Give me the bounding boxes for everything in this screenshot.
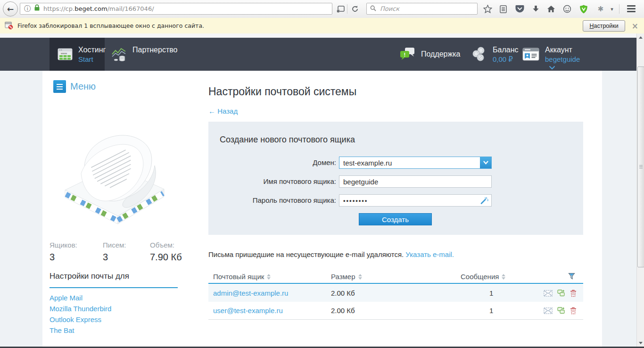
table-bottom-border <box>208 319 583 320</box>
scrollbar-thumb[interactable] <box>637 66 644 267</box>
specify-email-link[interactable]: Указать e-mail. <box>405 250 454 258</box>
popup-settings-button[interactable]: Настройки <box>583 20 625 32</box>
page-title: Настройки почтовой системы <box>208 85 356 98</box>
forward-mail-icon[interactable] <box>557 290 565 297</box>
stat-mailboxes: Ящиков: 3 <box>50 241 103 263</box>
domain-select-value: test-example.ru <box>339 159 480 167</box>
mailbox-password-input[interactable] <box>339 194 492 207</box>
toolbar-divider <box>347 4 347 14</box>
nav-support[interactable]: ! Поддержка <box>399 38 460 71</box>
chevron-down-icon[interactable] <box>480 157 491 168</box>
site-header: www Хостинг Start Партнерство ! Поддержк… <box>0 38 644 71</box>
nav-balance[interactable]: Баланс 0,00 ₽ <box>471 38 518 71</box>
page-top-strip <box>0 33 644 38</box>
url-domain: beget.com <box>74 5 107 12</box>
envelope-illustration <box>52 115 172 232</box>
sort-icon[interactable] <box>358 274 362 280</box>
lock-icon <box>34 4 40 13</box>
mailbox-email-link[interactable]: admin@test-example.ru <box>208 289 331 297</box>
balance-icon <box>471 46 487 62</box>
column-header-mailbox[interactable]: Почтовый ящик <box>213 273 271 281</box>
downloads-icon[interactable] <box>530 3 541 15</box>
open-webmail-envelope-icon[interactable] <box>544 290 553 297</box>
mailbox-name-label: Имя почтового ящика: <box>217 175 336 188</box>
generate-password-wand-icon[interactable] <box>480 197 488 207</box>
nav-hosting[interactable]: www Хостинг Start <box>50 38 105 71</box>
partnership-icon <box>111 47 127 62</box>
nav-partnership[interactable]: Партнерство <box>111 38 177 71</box>
column-header-messages[interactable]: Сообщения <box>461 273 505 281</box>
shield-icon[interactable] <box>578 3 589 15</box>
menu-hamburger-icon[interactable] <box>627 5 636 12</box>
svg-text:www: www <box>60 52 67 55</box>
nav-balance-label: Баланс <box>493 45 518 55</box>
nav-balance-value: 0,00 ₽ <box>493 55 518 64</box>
popup-blocked-icon <box>5 22 13 30</box>
nav-account-label: Аккаунт <box>545 45 580 55</box>
mailbox-messages: 1 <box>461 289 518 297</box>
back-link[interactable]: ← Назад <box>208 107 238 115</box>
mailbox-name-input[interactable] <box>339 175 492 188</box>
menu-button[interactable] <box>53 80 66 93</box>
filter-funnel-icon[interactable] <box>568 273 575 282</box>
client-link-thebat[interactable]: The Bat <box>50 325 111 336</box>
url-path: /mail/1667046/ <box>107 5 154 12</box>
home-icon[interactable] <box>545 3 557 15</box>
scroll-up-arrow[interactable] <box>637 33 644 41</box>
vertical-scrollbar[interactable] <box>636 33 644 347</box>
bookmarks-list-icon[interactable] <box>497 3 509 15</box>
nav-hosting-sublabel: Start <box>78 55 106 64</box>
nav-account-value: begetguide <box>545 55 580 64</box>
close-icon[interactable]: × <box>632 21 638 31</box>
search-box <box>366 3 478 15</box>
url-bar[interactable]: ⓘ https://cp.beget.com/mail/1667046/ <box>20 3 332 15</box>
mailbox-stats: Ящиков: 3 Писем: 3 Объем: 7.90 Кб <box>50 241 182 263</box>
domain-label: Домен: <box>217 157 336 169</box>
delete-trash-icon[interactable] <box>570 290 577 297</box>
mailbox-size: 2.00 Кб <box>331 289 461 297</box>
back-button[interactable]: ← <box>3 1 18 17</box>
client-link-thunderbird[interactable]: Mozilla Thunderbird <box>50 303 111 314</box>
chat-smiley-icon[interactable] <box>561 3 573 15</box>
reload-icon[interactable] <box>349 3 361 15</box>
mailbox-size: 2.00 Кб <box>331 307 461 315</box>
domain-select[interactable]: test-example.ru <box>339 157 492 169</box>
mailbox-email-link[interactable]: user@test-example.ru <box>208 307 331 315</box>
site-info-icon[interactable]: ⓘ <box>24 5 31 13</box>
nav-support-label: Поддержка <box>421 50 460 59</box>
column-header-size[interactable]: Размер <box>331 273 362 281</box>
forward-mail-icon[interactable] <box>557 307 565 314</box>
nav-partnership-label: Партнерство <box>132 45 177 55</box>
search-input[interactable] <box>379 5 466 13</box>
menu-label[interactable]: Меню <box>70 81 96 92</box>
toolbar-divider <box>619 4 619 14</box>
back-icon: ← <box>7 4 14 14</box>
hosting-icon: www <box>57 47 73 61</box>
sort-icon[interactable] <box>502 274 505 280</box>
screen: ← ⓘ https://cp.beget.com/mail/1667046/ <box>0 0 644 348</box>
extension-icon[interactable]: ✱ <box>595 3 606 15</box>
browser-toolbar: ← ⓘ https://cp.beget.com/mail/1667046/ <box>0 0 644 18</box>
notification-text: Firefox заблокировал 1 всплывающее окно … <box>17 22 204 29</box>
create-button[interactable]: Создать <box>359 213 432 225</box>
support-icon: ! <box>399 47 415 62</box>
open-webmail-envelope-icon[interactable] <box>544 307 553 314</box>
client-link-apple-mail[interactable]: Apple Mail <box>50 292 111 303</box>
mailbox-messages: 1 <box>461 307 518 315</box>
client-link-outlook[interactable]: Outlook Express <box>50 314 111 325</box>
left-arrow-icon: ← <box>208 107 215 115</box>
delete-trash-icon[interactable] <box>570 307 577 315</box>
nav-hosting-label: Хостинг <box>78 45 106 55</box>
delete-notice: Письма пришедшие на несуществующие e-mai… <box>208 250 454 258</box>
table-row: admin@test-example.ru 2.00 Кб 1 <box>208 284 583 302</box>
bookmark-star-icon[interactable] <box>482 3 493 15</box>
pocket-icon[interactable] <box>514 3 525 15</box>
url-scheme: https://cp. <box>43 5 74 12</box>
stat-letters: Писем: 3 <box>103 241 150 263</box>
dropdown-caret-icon[interactable]: ▾ <box>608 3 616 15</box>
reader-mode-icon[interactable] <box>335 3 346 15</box>
sort-icon[interactable] <box>267 274 271 280</box>
mail-clients-list: Apple Mail Mozilla Thunderbird Outlook E… <box>50 292 111 336</box>
popup-blocked-bar: Firefox заблокировал 1 всплывающее окно … <box>0 18 644 34</box>
scroll-down-arrow[interactable] <box>637 339 644 347</box>
